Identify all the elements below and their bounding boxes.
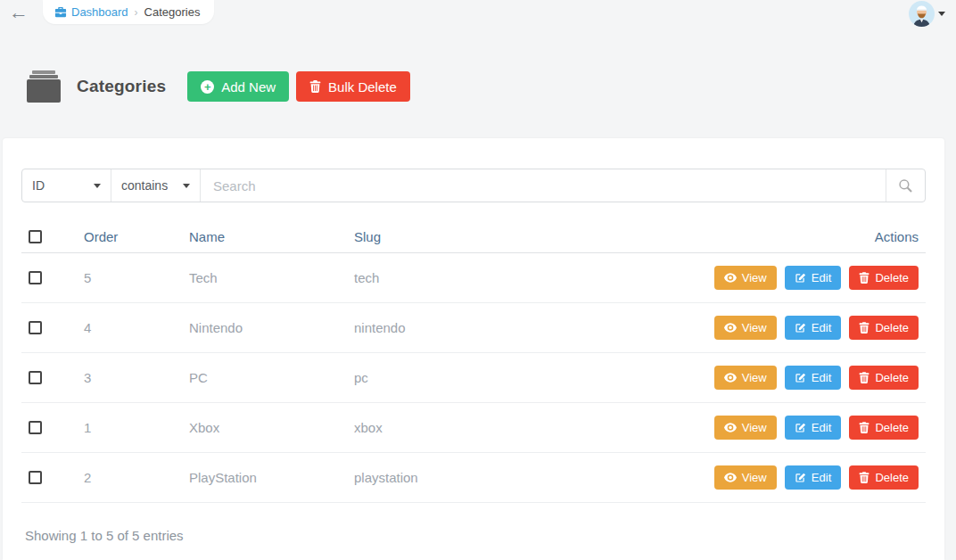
edit-button[interactable]: Edit [785, 366, 841, 390]
cell-order: 5 [77, 253, 182, 303]
row-checkbox[interactable] [29, 371, 42, 384]
view-label: View [742, 271, 767, 284]
edit-label: Edit [812, 271, 831, 284]
add-new-label: Add New [221, 79, 276, 95]
breadcrumb-current: Categories [144, 5, 201, 19]
delete-label: Delete [875, 471, 909, 484]
trash-icon [859, 372, 869, 383]
select-all-checkbox[interactable] [29, 230, 42, 243]
plus-circle-icon: + [201, 80, 214, 94]
filter-field-select[interactable]: ID [22, 169, 111, 202]
chevron-down-icon [183, 184, 190, 188]
add-new-button[interactable]: + Add New [187, 71, 289, 102]
cell-order: 2 [77, 453, 182, 503]
cell-name: Tech [182, 253, 347, 303]
chevron-down-icon [94, 184, 101, 188]
trash-icon [859, 422, 869, 433]
delete-button[interactable]: Delete [849, 465, 919, 490]
cell-name: Nintendo [182, 303, 347, 353]
user-menu[interactable] [909, 1, 945, 27]
edit-button[interactable]: Edit [785, 465, 841, 490]
view-button[interactable]: View [714, 266, 777, 290]
search-icon [897, 177, 914, 194]
briefcase-icon [54, 6, 67, 18]
eye-icon [724, 373, 737, 383]
table-row: 1 Xbox xbox View Edit Delete [21, 403, 926, 453]
row-checkbox[interactable] [29, 271, 42, 284]
cell-order: 1 [77, 403, 182, 453]
categories-icon [27, 70, 61, 103]
breadcrumb-dashboard-label: Dashboard [71, 5, 128, 19]
eye-icon [724, 423, 737, 432]
cell-order: 4 [77, 303, 182, 353]
content-card: ID contains [3, 138, 944, 560]
trash-icon [859, 322, 869, 334]
entries-summary: Showing 1 to 5 of 5 entries [21, 528, 926, 543]
trash-icon [309, 80, 321, 93]
search-button[interactable] [886, 169, 925, 202]
cell-slug: playstation [347, 453, 703, 503]
bulk-delete-button[interactable]: Bulk Delete [296, 71, 410, 102]
cell-slug: pc [347, 353, 703, 403]
edit-icon [795, 272, 806, 284]
search-input[interactable] [201, 169, 886, 202]
eye-icon [724, 473, 737, 482]
row-checkbox[interactable] [29, 321, 42, 334]
cell-slug: nintendo [347, 303, 703, 353]
column-header-actions: Actions [703, 223, 926, 253]
cell-slug: xbox [347, 403, 703, 453]
avatar [909, 1, 935, 27]
cell-order: 3 [77, 353, 182, 403]
filter-bar: ID contains [21, 169, 926, 202]
delete-button[interactable]: Delete [849, 266, 919, 290]
trash-icon [859, 472, 869, 483]
page-header: Categories + Add New Bulk Delete [27, 70, 956, 103]
categories-table: Order Name Slug Actions 5 Tech tech View… [21, 223, 926, 503]
view-label: View [742, 471, 767, 484]
edit-label: Edit [812, 421, 831, 434]
breadcrumb-dashboard-link[interactable]: Dashboard [54, 5, 128, 19]
row-checkbox[interactable] [29, 471, 42, 484]
delete-button[interactable]: Delete [849, 366, 919, 390]
table-row: 2 PlayStation playstation View Edit Dele… [21, 453, 926, 503]
view-button[interactable]: View [714, 316, 777, 340]
row-checkbox[interactable] [29, 421, 42, 434]
view-label: View [742, 421, 767, 434]
topbar: ← Dashboard › Categories [0, 0, 956, 24]
view-button[interactable]: View [714, 366, 777, 390]
filter-operator-value: contains [121, 178, 168, 193]
eye-icon [724, 323, 737, 333]
table-row: 4 Nintendo nintendo View Edit Delete [21, 303, 926, 353]
back-arrow-icon[interactable]: ← [9, 4, 29, 21]
column-header-order[interactable]: Order [77, 223, 182, 253]
edit-icon [795, 422, 806, 433]
table-row: 5 Tech tech View Edit Delete [21, 253, 926, 303]
delete-button[interactable]: Delete [849, 416, 919, 440]
view-button[interactable]: View [714, 416, 777, 440]
view-label: View [742, 371, 767, 384]
cell-name: Xbox [182, 403, 347, 453]
delete-button[interactable]: Delete [849, 316, 919, 340]
edit-label: Edit [812, 371, 831, 384]
view-label: View [742, 321, 767, 334]
column-header-name[interactable]: Name [182, 223, 347, 253]
delete-label: Delete [875, 421, 909, 434]
filter-operator-select[interactable]: contains [111, 169, 201, 202]
table-row: 3 PC pc View Edit Delete [21, 353, 926, 403]
filter-field-value: ID [32, 178, 45, 193]
edit-button[interactable]: Edit [785, 266, 841, 290]
edit-button[interactable]: Edit [785, 416, 841, 440]
delete-label: Delete [875, 371, 909, 384]
edit-button[interactable]: Edit [785, 316, 841, 340]
edit-label: Edit [812, 321, 831, 334]
chevron-down-icon [938, 12, 945, 16]
edit-label: Edit [812, 471, 831, 484]
page-title: Categories [77, 77, 166, 96]
delete-label: Delete [875, 321, 909, 334]
eye-icon [724, 273, 737, 283]
table-header-row: Order Name Slug Actions [21, 223, 926, 253]
cell-name: PlayStation [182, 453, 347, 503]
column-header-slug[interactable]: Slug [347, 223, 703, 253]
edit-icon [795, 322, 806, 334]
view-button[interactable]: View [714, 465, 777, 490]
